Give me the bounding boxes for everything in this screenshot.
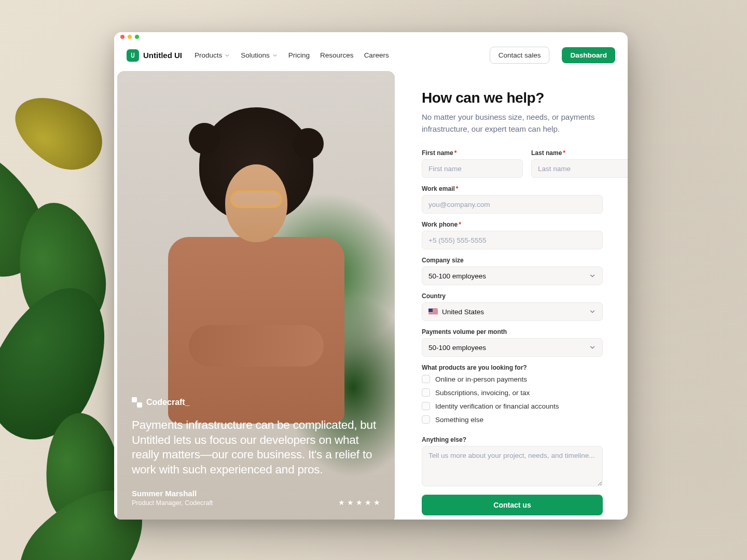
browser-window: Untitled UI Products Solutions Pricing R… [114,32,628,520]
testimonial-author-name: Summer Marshall [132,489,213,498]
submit-button[interactable]: Contact us [422,495,603,515]
nav-products[interactable]: Products [195,51,230,59]
nav-label: Pricing [288,51,310,59]
chevron-down-icon [224,52,230,59]
last-name-label: Last name* [531,149,628,157]
contact-sales-button[interactable]: Contact sales [490,47,550,64]
company-size-select[interactable]: 50-100 employees [422,267,603,285]
nav-solutions[interactable]: Solutions [241,51,278,59]
star-icon: ★ [347,498,354,507]
checkbox-icon [422,388,430,397]
rating-stars: ★ ★ ★ ★ ★ [338,498,380,507]
first-name-label: First name* [422,149,523,157]
country-select[interactable]: United States [422,302,603,321]
phone-input[interactable] [422,231,603,249]
form-subtitle: No matter your business size, needs, or … [422,111,603,135]
product-option-payments[interactable]: Online or in-person payments [422,375,603,383]
chevron-down-icon [589,344,596,351]
nav-resources[interactable]: Resources [320,51,354,59]
star-icon: ★ [338,498,345,507]
product-option-identity[interactable]: Identity verification or financial accou… [422,402,603,410]
hero-photo [158,107,355,398]
nav-label: Solutions [241,51,270,59]
company-size-value: 50-100 employees [428,272,486,280]
us-flag-icon [428,309,438,315]
products-label: What products are you looking for? [422,364,603,371]
checkbox-label: Online or in-person payments [435,375,527,383]
company-size-label: Company size [422,257,603,264]
logo-text: Untitled UI [143,51,182,60]
product-option-subscriptions[interactable]: Subscriptions, invoicing, or tax [422,388,603,397]
country-value: United States [442,308,484,316]
testimonial-hero: Codecraft_ Payments infrastructure can b… [117,71,395,520]
star-icon: ★ [356,498,363,507]
email-input[interactable] [422,195,603,214]
checkbox-icon [422,402,430,410]
country-label: Country [422,292,603,300]
contact-form: How can we help? No matter your business… [395,71,628,520]
nav-label: Products [195,51,222,59]
chevron-down-icon [272,52,278,59]
logo-mark-icon [127,49,139,62]
dashboard-button[interactable]: Dashboard [562,47,615,63]
anything-else-label: Anything else? [422,436,603,443]
volume-value: 50-100 employees [428,344,486,352]
testimonial-brand-name: Codecraft_ [146,398,190,407]
star-icon: ★ [374,498,380,507]
main-nav: Products Solutions Pricing Resources Car… [195,51,389,59]
site-header: Untitled UI Products Solutions Pricing R… [114,41,628,71]
anything-else-textarea[interactable] [422,446,603,486]
window-titlebar [114,32,628,41]
codecraft-logo-icon [132,397,142,408]
logo[interactable]: Untitled UI [127,49,182,62]
form-title: How can we help? [422,90,603,106]
checkbox-label: Identity verification or financial accou… [435,402,559,410]
email-label: Work email* [422,185,603,192]
chevron-down-icon [589,272,596,279]
chevron-down-icon [589,308,596,315]
star-icon: ★ [365,498,371,507]
testimonial-quote: Payments infrastructure can be complicat… [132,418,380,478]
checkbox-label: Something else [435,416,483,424]
nav-pricing[interactable]: Pricing [288,51,310,59]
testimonial-brand: Codecraft_ [132,397,380,408]
phone-label: Work phone* [422,221,603,228]
nav-label: Resources [320,51,354,59]
last-name-input[interactable] [531,159,628,178]
checkbox-icon [422,415,430,424]
window-close-icon[interactable] [120,35,125,39]
checkbox-icon [422,375,430,383]
window-maximize-icon[interactable] [135,35,139,39]
checkbox-label: Subscriptions, invoicing, or tax [435,389,530,397]
nav-label: Careers [364,51,389,59]
volume-select[interactable]: 50-100 employees [422,338,603,357]
first-name-input[interactable] [422,159,523,178]
nav-careers[interactable]: Careers [364,51,389,59]
product-option-other[interactable]: Something else [422,415,603,424]
testimonial-author-title: Product Manager, Codecraft [132,499,213,507]
window-minimize-icon[interactable] [128,35,132,39]
volume-label: Payments volume per month [422,328,603,335]
